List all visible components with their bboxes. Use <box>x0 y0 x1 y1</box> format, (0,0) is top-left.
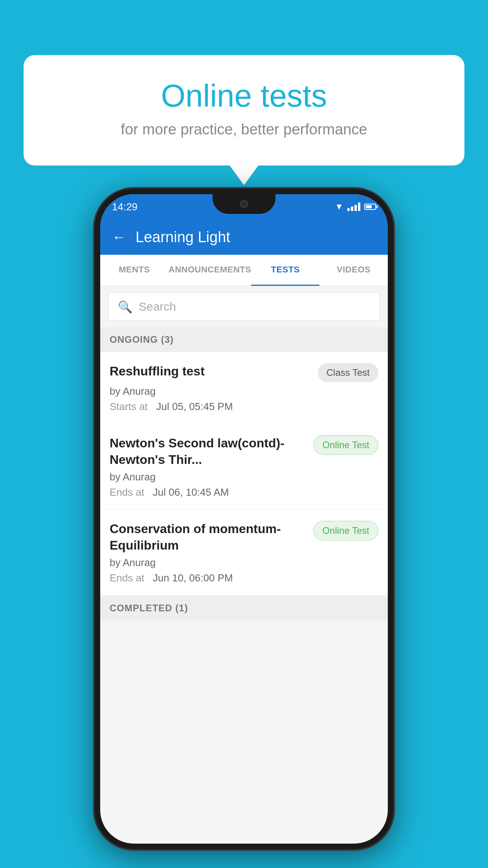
tab-videos[interactable]: VIDEOS <box>319 255 388 286</box>
bubble-title: Online tests <box>55 79 433 113</box>
test-item[interactable]: Conservation of momentum-Equilibrium Onl… <box>100 510 388 596</box>
completed-section-header: COMPLETED (1) <box>100 596 388 621</box>
test-badge: Class Test <box>318 363 378 382</box>
date-value: Jul 05, 05:45 PM <box>156 401 233 412</box>
test-author: by Anurag <box>110 471 378 483</box>
search-input[interactable]: Search <box>139 300 176 313</box>
test-author: by Anurag <box>110 385 378 397</box>
test-item-header: Conservation of momentum-Equilibrium Onl… <box>110 521 378 554</box>
tab-bar: MENTS ANNOUNCEMENTS TESTS VIDEOS <box>100 255 388 286</box>
test-badge: Online Test <box>313 521 378 541</box>
test-author: by Anurag <box>110 557 378 569</box>
test-item-header: Newton's Second law(contd)-Newton's Thir… <box>110 435 378 468</box>
date-label: Ends at <box>110 572 144 584</box>
speech-bubble-container: Online tests for more practice, better p… <box>24 55 464 166</box>
ongoing-section-header: ONGOING (3) <box>100 327 388 352</box>
test-item[interactable]: Newton's Second law(contd)-Newton's Thir… <box>100 424 388 510</box>
notch <box>213 194 275 214</box>
test-date: Ends at Jun 10, 06:00 PM <box>110 572 378 584</box>
tests-list: Reshuffling test Class Test by Anurag St… <box>100 352 388 596</box>
app-header: ← Learning Light <box>100 219 388 255</box>
test-name: Newton's Second law(contd)-Newton's Thir… <box>110 435 313 468</box>
battery-icon <box>364 204 376 210</box>
date-value: Jun 10, 06:00 PM <box>153 572 233 584</box>
test-badge: Online Test <box>313 435 378 455</box>
app-title: Learning Light <box>136 229 230 246</box>
date-label: Starts at <box>110 401 148 412</box>
search-container: 🔍 Search <box>100 286 388 327</box>
back-button[interactable]: ← <box>112 229 126 245</box>
date-label: Ends at <box>110 486 144 498</box>
phone-outer: 14:29 ▼ <box>95 189 393 849</box>
bubble-subtitle: for more practice, better performance <box>55 121 433 138</box>
test-item-header: Reshuffling test Class Test <box>110 363 378 382</box>
test-date: Starts at Jul 05, 05:45 PM <box>110 401 378 413</box>
test-name: Conservation of momentum-Equilibrium <box>110 521 313 554</box>
signal-bars-icon <box>347 202 360 211</box>
search-icon: 🔍 <box>118 300 132 314</box>
phone-container: 14:29 ▼ <box>95 189 393 849</box>
test-name: Reshuffling test <box>110 363 318 380</box>
tab-announcements[interactable]: ANNOUNCEMENTS <box>169 255 251 286</box>
test-date: Ends at Jul 06, 10:45 AM <box>110 486 378 498</box>
tab-ments[interactable]: MENTS <box>100 255 169 286</box>
date-value: Jul 06, 10:45 AM <box>153 486 229 498</box>
phone-screen: 14:29 ▼ <box>100 194 388 844</box>
speech-bubble: Online tests for more practice, better p… <box>24 55 464 166</box>
status-time: 14:29 <box>112 201 138 213</box>
camera-dot <box>240 200 248 208</box>
wifi-icon: ▼ <box>335 202 343 212</box>
search-box[interactable]: 🔍 Search <box>108 292 380 321</box>
tab-tests[interactable]: TESTS <box>251 255 319 286</box>
test-item[interactable]: Reshuffling test Class Test by Anurag St… <box>100 352 388 424</box>
status-icons: ▼ <box>335 202 376 212</box>
